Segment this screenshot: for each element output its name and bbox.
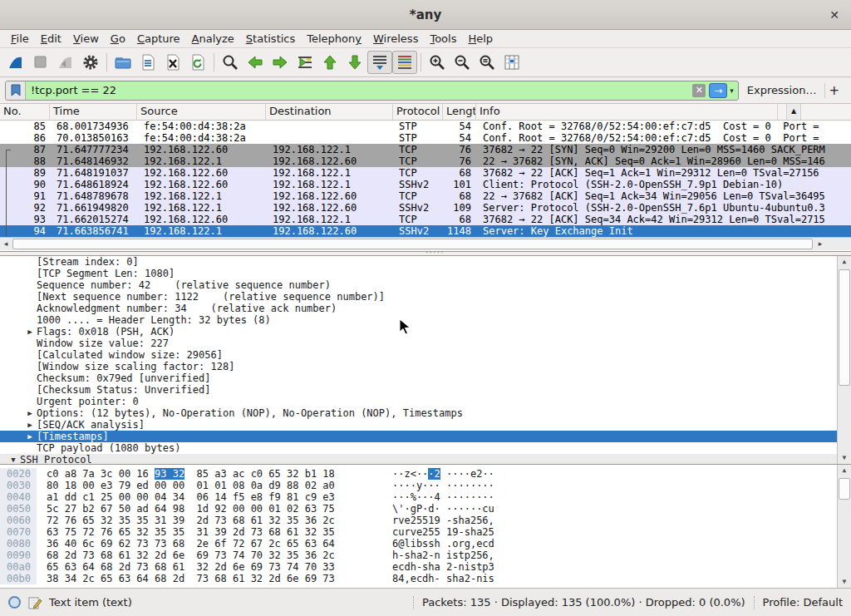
start-capture-button[interactable] <box>3 51 28 74</box>
filter-bookmark-button[interactable] <box>6 81 26 100</box>
capture-options-button[interactable] <box>78 51 103 74</box>
detail-line[interactable]: [Stream index: 0] <box>0 256 851 268</box>
scroll-down-icon[interactable]: ▼ <box>838 452 851 464</box>
close-window-icon[interactable]: ✕ <box>826 7 843 23</box>
menu-analyze[interactable]: Analyze <box>186 31 240 47</box>
go-to-top-button[interactable] <box>317 51 342 74</box>
reload-file-button[interactable] <box>185 51 210 74</box>
zoom-out-button[interactable] <box>450 51 475 74</box>
detail-line[interactable]: TCP payload (1080 bytes) <box>0 442 851 454</box>
expert-info-icon[interactable] <box>8 596 21 609</box>
hex-ascii[interactable]: 84,ecdh- sha2-nis <box>339 573 494 584</box>
detail-line[interactable]: [Window size scaling factor: 128] <box>0 361 851 372</box>
menu-go[interactable]: Go <box>105 31 131 47</box>
packet-row-89[interactable]: 8971.648191037192.168.122.60192.168.122.… <box>0 167 851 179</box>
hex-ascii[interactable]: h-sha2-n istp256, <box>339 549 494 561</box>
detail-line[interactable]: Sequence number: 42 (relative sequence n… <box>0 279 851 291</box>
expander-icon[interactable]: ▶ <box>23 326 37 338</box>
hex-bytes[interactable]: c0 a8 7a 3c 00 16 93 32 85 a3 ac c0 65 3… <box>37 468 339 480</box>
resize-columns-button[interactable] <box>499 51 524 74</box>
zoom-in-button[interactable] <box>425 51 450 74</box>
filter-clear-icon[interactable]: ✕ <box>692 84 706 97</box>
detail-line[interactable]: ▶[SEQ/ACK analysis] <box>0 419 851 431</box>
hex-row-00a0[interactable]: 00a065 63 64 68 2d 73 68 61 32 2d 6e 69 … <box>0 561 851 573</box>
expander-icon[interactable]: ▶ <box>23 431 37 442</box>
hex-row-0030[interactable]: 003080 18 00 e3 79 ed 00 00 01 01 08 0a … <box>0 480 851 491</box>
hex-bytes[interactable]: 5c 27 b2 67 50 ad 64 98 1d 92 00 00 01 0… <box>37 503 339 515</box>
hex-ascii[interactable]: ··z<···2 ····e2·· <box>339 468 494 480</box>
menu-view[interactable]: View <box>67 31 105 47</box>
add-filter-button[interactable]: + <box>824 83 846 98</box>
detail-line[interactable]: ▶Options: (12 bytes), No-Operation (NOP)… <box>0 407 851 419</box>
menu-wireless[interactable]: Wireless <box>367 31 424 47</box>
zoom-original-button[interactable] <box>475 51 499 74</box>
hex-bytes[interactable]: 63 75 72 76 65 32 35 35 31 39 2d 73 68 6… <box>37 526 339 538</box>
save-file-button[interactable] <box>135 51 160 74</box>
detail-line[interactable]: ▶[Timestamps] <box>0 431 851 442</box>
find-packet-button[interactable] <box>218 51 243 74</box>
hex-bytes[interactable]: 65 63 64 68 2d 73 68 61 32 2d 6e 69 73 7… <box>37 561 339 573</box>
filter-dropdown-icon[interactable]: ▾ <box>730 86 734 95</box>
menu-capture[interactable]: Capture <box>131 31 186 47</box>
column-header-source[interactable]: Source <box>137 104 266 120</box>
packet-row-94[interactable]: 9471.663856741192.168.122.1192.168.122.6… <box>0 225 851 237</box>
packet-row-90[interactable]: 9071.648618924192.168.122.60192.168.122.… <box>0 179 851 190</box>
column-header-length[interactable]: Length <box>443 104 476 120</box>
hex-ascii[interactable]: 6@libssh .org,ecd <box>339 538 494 549</box>
menu-tools[interactable]: Tools <box>424 31 462 47</box>
detail-line[interactable]: [TCP Segment Len: 1080] <box>0 268 851 279</box>
detail-line[interactable]: Checksum: 0x79ed [unverified] <box>0 372 851 384</box>
detail-line[interactable]: ▶Flags: 0x018 (PSH, ACK) <box>0 326 851 338</box>
scroll-up-icon[interactable]: ▲ <box>787 104 801 120</box>
filter-input[interactable]: !tcp.port == 22 <box>26 84 692 96</box>
display-filter-field[interactable]: !tcp.port == 22 ✕ → ▾ <box>5 81 739 101</box>
detail-line[interactable]: [Calculated window size: 29056] <box>0 349 851 361</box>
hex-row-00b0[interactable]: 00b038 34 2c 65 63 64 68 2d 73 68 61 32 … <box>0 573 851 584</box>
packet-row-85[interactable]: 8568.001734936fe:54:00:d4:38:2aSTP54Conf… <box>0 121 851 132</box>
filter-apply-icon[interactable]: → <box>709 83 727 98</box>
packet-row-87[interactable]: 8771.647777234192.168.122.60192.168.122.… <box>0 144 851 155</box>
packet-row-91[interactable]: 9171.648789678192.168.122.1192.168.122.6… <box>0 190 851 202</box>
hex-bytes[interactable]: 72 76 65 32 35 35 31 39 2d 73 68 61 32 3… <box>37 515 339 526</box>
ascii-selected-bytes[interactable]: ·2 <box>428 468 440 480</box>
menu-file[interactable]: File <box>5 31 35 47</box>
detail-line[interactable]: [Next sequence number: 1122 (relative se… <box>0 291 851 303</box>
go-to-bottom-button[interactable] <box>342 51 367 74</box>
scroll-right-icon[interactable]: ▸ <box>814 238 826 250</box>
go-forward-button[interactable] <box>268 51 293 74</box>
column-header-info[interactable]: Info <box>476 104 778 120</box>
bytes-vscrollbar[interactable]: ▲ ▼ <box>837 465 851 588</box>
menu-edit[interactable]: Edit <box>35 31 67 47</box>
menu-telephony[interactable]: Telephony <box>301 31 367 47</box>
menu-statistics[interactable]: Statistics <box>240 31 301 47</box>
hex-ascii[interactable]: ···%···4 ········ <box>339 491 494 503</box>
detail-line[interactable]: Window size value: 227 <box>0 338 851 349</box>
go-back-button[interactable] <box>243 51 268 74</box>
detail-line[interactable]: Urgent pointer: 0 <box>0 396 851 407</box>
hex-ascii[interactable]: ecdh-sha 2-nistp3 <box>339 561 494 573</box>
scrollbar-thumb[interactable] <box>12 239 813 249</box>
packet-row-92[interactable]: 9271.661949820192.168.122.1192.168.122.6… <box>0 202 851 214</box>
restart-capture-button[interactable] <box>53 51 78 74</box>
detail-line[interactable]: [Checksum Status: Unverified] <box>0 384 851 396</box>
hex-selected-bytes[interactable]: 93 32 <box>155 468 184 480</box>
auto-scroll-toggle[interactable] <box>367 51 392 74</box>
hex-bytes[interactable]: 36 40 6c 69 62 73 73 68 2e 6f 72 67 2c 6… <box>37 538 339 549</box>
hex-bytes[interactable]: a1 dd c1 25 00 00 04 34 06 14 f5 e8 f9 8… <box>37 491 339 503</box>
packet-row-88[interactable]: 8871.648146932192.168.122.1192.168.122.6… <box>0 155 851 167</box>
scrollbar-thumb[interactable] <box>839 269 850 386</box>
hex-ascii[interactable]: curve255 19-sha25 <box>339 526 494 538</box>
expander-icon[interactable]: ▶ <box>23 419 37 431</box>
hex-ascii[interactable]: ····y··· ········ <box>339 480 494 491</box>
scroll-down-icon[interactable]: ▼ <box>838 576 851 588</box>
column-header-protocol[interactable]: Protocol <box>393 104 443 120</box>
expander-icon[interactable]: ▶ <box>23 407 37 419</box>
go-to-packet-button[interactable] <box>293 51 317 74</box>
capture-comment-icon[interactable] <box>28 596 42 609</box>
hex-ascii[interactable]: rve25519 -sha256, <box>339 515 494 526</box>
scroll-up-icon[interactable]: ▲ <box>838 256 851 268</box>
column-header-destination[interactable]: Destination <box>266 104 393 120</box>
column-header-no[interactable]: No. <box>0 104 50 120</box>
scrollbar-thumb[interactable] <box>839 478 850 500</box>
details-vscrollbar[interactable]: ▲ ▼ <box>837 256 851 464</box>
